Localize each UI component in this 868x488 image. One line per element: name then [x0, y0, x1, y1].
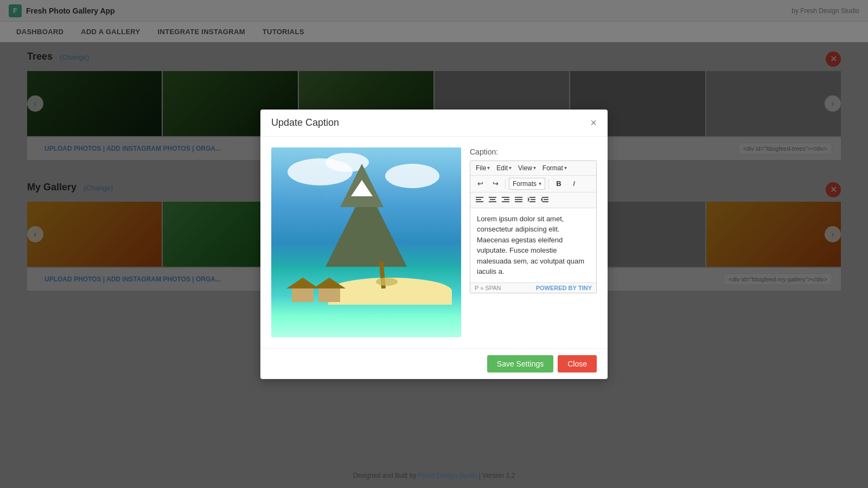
powered-by: POWERED BY TINY — [536, 285, 592, 291]
svg-rect-2 — [476, 201, 483, 202]
align-right-button[interactable] — [500, 195, 512, 206]
undo-button[interactable]: ↩ — [474, 178, 487, 190]
editor-path: P » SPAN — [475, 285, 501, 291]
svg-rect-8 — [502, 201, 509, 202]
svg-rect-11 — [515, 201, 522, 202]
formats-chevron: ▾ — [539, 181, 541, 187]
editor-statusbar: P » SPAN POWERED BY TINY — [470, 282, 596, 293]
modal-title: Update Caption — [271, 117, 339, 129]
formats-dropdown[interactable]: Formats ▾ — [509, 178, 545, 190]
hammock — [376, 278, 398, 286]
svg-rect-10 — [515, 199, 522, 200]
hut2-body — [318, 288, 340, 302]
toolbar-separator2 — [548, 179, 549, 189]
align-left-button[interactable] — [474, 195, 486, 206]
indent-button[interactable] — [526, 195, 538, 206]
caption-label: Caption: — [470, 147, 597, 156]
editor-menu-edit[interactable]: Edit ▾ — [494, 163, 514, 173]
edit-chevron: ▾ — [509, 165, 512, 171]
svg-rect-1 — [476, 199, 481, 200]
modal-body: Caption: File ▾ Edit ▾ View — [260, 137, 608, 348]
align-justify-button[interactable] — [513, 195, 525, 206]
svg-rect-4 — [490, 199, 495, 200]
svg-rect-6 — [502, 197, 509, 198]
svg-rect-5 — [489, 201, 496, 202]
svg-marker-19 — [541, 197, 542, 202]
svg-rect-0 — [476, 197, 483, 198]
modal-close-button[interactable]: × — [590, 117, 597, 128]
modal-dialog: Update Caption × — [260, 110, 608, 379]
editor-toolbar3 — [470, 192, 596, 208]
svg-rect-17 — [544, 199, 548, 200]
svg-marker-15 — [528, 197, 529, 202]
svg-rect-18 — [542, 201, 548, 202]
close-button[interactable]: Close — [558, 355, 597, 373]
hut2-roof — [313, 278, 346, 288]
view-chevron: ▾ — [533, 165, 536, 171]
editor-container: File ▾ Edit ▾ View ▾ Format — [470, 160, 597, 293]
cloud3 — [385, 164, 439, 188]
svg-rect-14 — [529, 201, 535, 202]
redo-button[interactable]: ↪ — [489, 178, 502, 190]
svg-rect-9 — [515, 197, 522, 198]
editor-menu-file[interactable]: File ▾ — [474, 163, 492, 173]
editor-toolbar2: ↩ ↪ Formats ▾ B I — [470, 176, 596, 192]
modal-overlay: Update Caption × — [0, 0, 868, 488]
italic-button[interactable]: I — [567, 178, 580, 190]
svg-rect-7 — [504, 199, 509, 200]
outdent-button[interactable] — [539, 195, 551, 206]
save-settings-button[interactable]: Save Settings — [487, 355, 553, 373]
editor-content[interactable]: Lorem ipsum dolor sit amet, consectetur … — [470, 208, 596, 282]
bold-button[interactable]: B — [552, 178, 565, 190]
editor-menu-view[interactable]: View ▾ — [516, 163, 538, 173]
svg-rect-12 — [529, 197, 535, 198]
modal-header: Update Caption × — [260, 110, 608, 137]
editor-toolbar1: File ▾ Edit ▾ View ▾ Format — [470, 161, 596, 176]
svg-rect-13 — [531, 199, 535, 200]
align-center-button[interactable] — [487, 195, 499, 206]
snow-cap — [351, 180, 373, 196]
svg-rect-16 — [542, 197, 548, 198]
toolbar-separator1 — [505, 179, 506, 189]
editor-menu-format[interactable]: Format ▾ — [540, 163, 569, 173]
caption-panel: Caption: File ▾ Edit ▾ View — [470, 147, 597, 337]
format-chevron: ▾ — [564, 165, 567, 171]
modal-footer: Save Settings Close — [260, 348, 608, 379]
file-chevron: ▾ — [487, 165, 490, 171]
modal-image-preview — [271, 147, 461, 337]
hut1-body — [292, 288, 314, 302]
svg-rect-3 — [489, 197, 496, 198]
hut2 — [313, 278, 346, 302]
